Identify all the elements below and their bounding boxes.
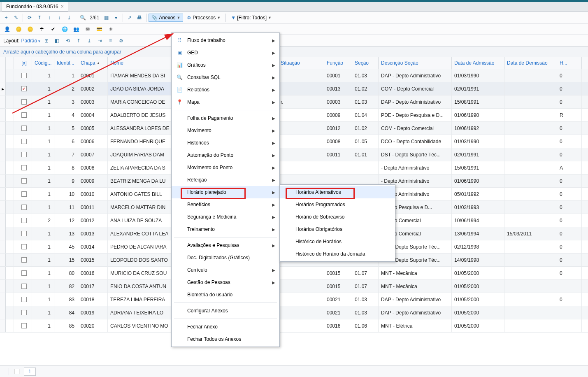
menu-item[interactable]: Horários Obrigatórios [280,223,395,235]
layout-btn-1[interactable]: ⊞ [42,36,51,45]
menu-item[interactable]: Horários Programados [280,198,395,211]
prev-button[interactable]: ↑ [45,13,54,22]
grid-dd-icon[interactable]: ▾ [112,13,121,22]
menu-item[interactable]: Históricos▶ [172,137,279,149]
row-checkbox[interactable] [14,148,32,161]
edit-button[interactable]: ✎ [12,13,21,22]
col-h[interactable]: H... [557,57,582,69]
col-identif[interactable]: Identif... [54,57,78,69]
menu-item[interactable]: 📍Mapa▶ [172,96,279,108]
processos-dropdown[interactable]: ⚙ Processos ▼ [184,14,223,22]
table-row[interactable]: 18400019ADRIANA TEIXEIRA LO0002101.03DAP… [0,306,588,319]
print-button[interactable]: 🖶 [135,13,144,22]
col-codigo[interactable]: Códig... [32,57,54,69]
group-bar[interactable]: Arraste aqui o cabeçalho de uma coluna p… [0,47,588,57]
menu-item[interactable]: Biometria do usuário [172,289,279,301]
row-checkbox[interactable] [14,82,32,95]
add-button[interactable]: ＋ [2,13,11,22]
row-checkbox[interactable] [14,175,32,187]
row-checkbox[interactable] [14,135,32,148]
menu-item[interactable]: Segurança e Medicina▶ [172,211,279,223]
menu-item[interactable]: Currículo▶ [172,264,279,276]
umbrella-icon[interactable]: ☂ [36,24,47,35]
menu-item[interactable]: Histórico de Horários [280,235,395,248]
layout-btn-5[interactable]: ⤓ [85,36,94,45]
grid-icon[interactable]: ▦ [102,13,111,22]
col-chapa[interactable]: Chapa▲ [78,57,108,69]
menu-item[interactable]: Refeição▶ [172,174,279,186]
menu-item[interactable]: Configurar Anexos [172,305,279,317]
coins1-icon[interactable]: 🪙 [13,24,24,35]
mail-icon[interactable]: ✉ [82,24,93,35]
filter-dropdown[interactable]: ▼ [Filtro: Todos] ▼ [228,14,274,22]
tab-funcionario[interactable]: Funcionário - 03.9.0516 × [2,2,68,12]
users-icon[interactable]: 👥 [71,24,81,35]
menu-item[interactable]: Doc. Digitalizados (Gráficos) [172,251,279,264]
table-row[interactable]: 1300003MARIA CONCEICAO DEr.0000301.03DAP… [0,95,588,109]
menu-item[interactable]: Gestão de Pessoas▶ [172,276,279,289]
layout-btn-4[interactable]: ⤒ [74,36,83,45]
menu-item[interactable]: Benefícios▶ [172,198,279,211]
col-selector-gutter[interactable] [6,57,14,69]
menu-item[interactable]: Movimento▶ [172,124,279,137]
card-icon[interactable]: 💳 [94,24,105,35]
row-checkbox[interactable] [14,95,32,108]
menu-item[interactable]: Horário planejado▶ [172,186,279,198]
last-button[interactable]: ⤓ [65,13,74,22]
table-row[interactable]: 1800008ZELIA APARECIDA DA S- Depto Admin… [0,161,588,175]
refresh-button[interactable]: ⟳ [25,13,34,22]
user-block-icon[interactable]: 👤 [2,24,12,35]
menu-item[interactable]: Folha de Pagamento▶ [172,112,279,124]
coins2-icon[interactable]: 🪙 [25,24,35,35]
menu-item[interactable]: 📊Gráficos▶ [172,59,279,71]
table-row[interactable]: 1100001ITAMAR MENDES DA SI0000101.03DAP … [0,69,588,82]
layout-btn-7[interactable]: ≡ [106,36,115,45]
row-checkbox[interactable] [14,240,32,253]
row-checkbox[interactable] [14,254,32,266]
table-row[interactable]: 1600006FERNANDO HENRIQUE0000801.05DCO - … [0,135,588,148]
col-desc-secao[interactable]: Descrição Seção [379,57,452,69]
pager-check[interactable] [14,369,19,374]
row-checkbox[interactable] [14,188,32,200]
table-row[interactable]: 1500005ALESSANDRA LOPES DE0001201.02COM … [0,122,588,135]
row-checkbox[interactable] [14,214,32,227]
table-row[interactable]: 18200017ENIO DA COSTA ANTUN0001501.07MNT… [0,280,588,293]
layout-selector[interactable]: Padrão ▾ [21,38,40,44]
table-row[interactable]: 18500020CARLOS VICENTINO MO0001601.06MNT… [0,319,588,333]
menu-item[interactable]: 🔍Consultas SQL▶ [172,71,279,84]
row-checkbox[interactable] [14,267,32,279]
atom-icon[interactable]: ⚛ [105,24,116,35]
first-button[interactable]: ⤒ [35,13,44,22]
table-row[interactable]: 1700007JOAQUIM FARIAS DAM0001101.01DST -… [0,148,588,161]
table-row[interactable]: 18000016MURICIO DA CRUZ SOU0001501.07MNT… [0,267,588,280]
menu-item[interactable]: Horários Alternativos [280,186,395,198]
menu-item[interactable]: Horário de Sobreaviso [280,211,395,223]
col-admissao[interactable]: Data de Admissão [452,57,504,69]
menu-item[interactable]: Treinamento▶ [172,223,279,235]
row-checkbox[interactable] [14,280,32,293]
layout-btn-8[interactable]: ⚙ [117,36,126,45]
row-checkbox[interactable] [14,306,32,319]
layout-btn-6[interactable]: ⇥ [95,36,105,45]
menu-item[interactable]: Fechar Todos os Anexos [172,333,279,345]
menu-item[interactable]: ⠿Fluxo de trabalho▶ [172,34,279,47]
anexos-dropdown[interactable]: 📎 Anexos ▼ [149,14,183,22]
close-icon[interactable]: × [61,4,64,9]
menu-item[interactable]: ▣GED▶ [172,47,279,59]
check-icon[interactable]: ✔ [48,24,58,35]
menu-item[interactable]: Avaliações e Pesquisas▶ [172,239,279,251]
layout-btn-2[interactable]: ◧ [53,36,62,45]
row-checkbox[interactable] [14,293,32,306]
next-button[interactable]: ↓ [55,13,64,22]
table-row[interactable]: 18300018TEREZA LIMA PEREIRA0002101.03DAP… [0,293,588,306]
row-checkbox[interactable] [14,201,32,214]
row-checkbox[interactable] [14,227,32,240]
menu-item[interactable]: 📄Relatórios▶ [172,84,279,96]
row-checkbox[interactable] [14,319,32,332]
table-row[interactable]: 1400004ADALBERTO DE JESUS0000901.04PDE -… [0,109,588,122]
menu-item[interactable]: Fechar Anexo [172,321,279,333]
row-checkbox[interactable] [14,69,32,82]
world-icon[interactable]: 🌐 [59,24,70,35]
row-checkbox[interactable] [14,109,32,121]
export-button[interactable]: ↗ [125,13,134,22]
